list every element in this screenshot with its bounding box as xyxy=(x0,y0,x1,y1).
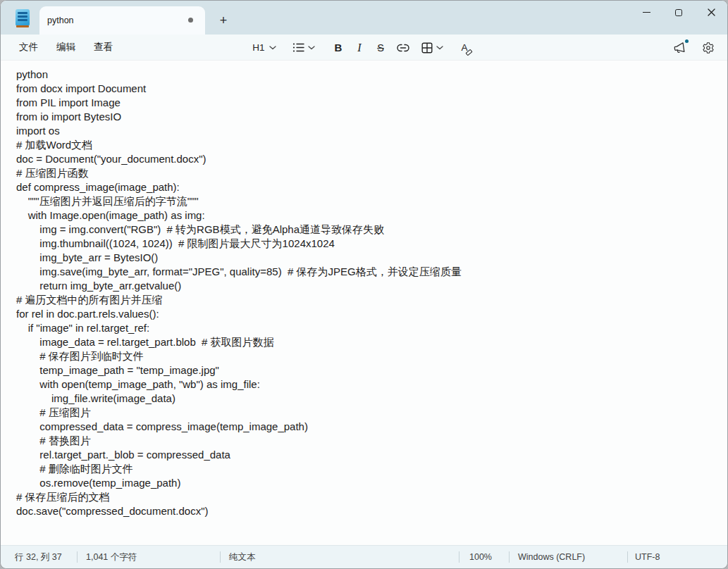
code-line: os.remove(temp_image_path) xyxy=(16,476,720,490)
zoom-level: 100% xyxy=(459,552,509,562)
code-line: from io import BytesIO xyxy=(16,110,720,124)
link-button[interactable] xyxy=(391,38,415,58)
menu-edit[interactable]: 编辑 xyxy=(47,36,85,58)
code-line: def compress_image(image_path): xyxy=(16,180,720,194)
chevron-down-icon xyxy=(436,46,443,50)
code-line: with open(temp_image_path, "wb") as img_… xyxy=(16,377,720,392)
statusbar: 行 32, 列 37 1,041 个字符 纯文本 100% Windows (C… xyxy=(1,545,727,568)
code-line: """压缩图片并返回压缩后的字节流""" xyxy=(16,194,720,208)
code-line: # 加载Word文档 xyxy=(16,138,720,152)
code-line: img_byte_arr = BytesIO() xyxy=(16,251,720,265)
code-line: img.thumbnail((1024, 1024)) # 限制图片最大尺寸为1… xyxy=(16,237,720,251)
unsaved-dot-icon xyxy=(188,18,193,23)
chevron-down-icon xyxy=(269,46,276,50)
heading-label: H1 xyxy=(252,42,264,53)
tab-python[interactable]: python xyxy=(39,6,205,35)
heading-button[interactable]: H1 xyxy=(247,38,281,58)
code-line: rel.target_part._blob = compressed_data xyxy=(16,448,720,462)
cursor-position: 行 32, 列 37 xyxy=(1,551,77,563)
code-line: # 压缩图片 xyxy=(16,406,720,420)
code-line: # 删除临时图片文件 xyxy=(16,462,720,476)
table-grid-icon xyxy=(421,42,433,54)
code-line: import os xyxy=(16,124,720,138)
minimize-icon xyxy=(643,12,650,13)
code-line: return img_byte_arr.getvalue() xyxy=(16,279,720,293)
announcement-button[interactable] xyxy=(670,38,691,58)
code-line: img = img.convert("RGB") # 转为RGB模式，避免Alp… xyxy=(16,223,720,237)
close-button[interactable] xyxy=(695,1,727,24)
link-icon xyxy=(397,44,409,52)
format-toolbar: H1 B I xyxy=(247,35,477,61)
notepad-window: python + 文件 编辑 xyxy=(0,0,728,569)
code-line: # 保存压缩后的文档 xyxy=(16,490,720,504)
code-line: from docx import Document xyxy=(16,82,720,96)
encoding: UTF-8 xyxy=(628,552,727,562)
chevron-down-icon xyxy=(308,46,315,50)
window-controls xyxy=(630,1,727,24)
desktop: python + 文件 编辑 xyxy=(0,0,728,569)
menu-view[interactable]: 查看 xyxy=(85,36,122,58)
code-line: # 压缩图片函数 xyxy=(16,166,720,180)
code-line: doc = Document("your_document.docx") xyxy=(16,152,720,166)
bold-button[interactable]: B xyxy=(328,38,349,58)
editor-lines: pythonfrom docx import Documentfrom PIL … xyxy=(16,68,720,518)
bullet-list-icon xyxy=(292,42,304,53)
maximize-icon xyxy=(675,9,682,16)
new-tab-button[interactable]: + xyxy=(214,12,233,30)
doc-type: 纯文本 xyxy=(221,551,459,563)
maximize-button[interactable] xyxy=(662,1,695,24)
italic-button[interactable]: I xyxy=(349,38,370,58)
code-line: # 遍历文档中的所有图片并压缩 xyxy=(16,293,720,307)
code-line: compressed_data = compress_image(temp_im… xyxy=(16,420,720,434)
editor[interactable]: pythonfrom docx import Documentfrom PIL … xyxy=(1,61,727,545)
menu-toolbar-row: 文件 编辑 查看 H1 xyxy=(1,35,727,61)
code-line: if "image" in rel.target_ref: xyxy=(16,321,720,335)
toolbar-right xyxy=(670,35,719,61)
code-line: doc.save("compressed_document.docx") xyxy=(16,504,720,518)
minimize-button[interactable] xyxy=(630,1,662,24)
code-line: python xyxy=(16,68,720,82)
line-ending: Windows (CRLF) xyxy=(510,552,627,562)
titlebar[interactable]: python + xyxy=(1,1,727,35)
code-line: img_file.write(image_data) xyxy=(16,392,720,406)
code-line: # 替换图片 xyxy=(16,434,720,448)
gear-icon xyxy=(702,42,715,54)
code-line: image_data = rel.target_part.blob # 获取图片… xyxy=(16,335,720,349)
code-line: temp_image_path = "temp_image.jpg" xyxy=(16,363,720,377)
notification-dot xyxy=(685,39,689,43)
char-count: 1,041 个字符 xyxy=(78,551,220,563)
close-icon xyxy=(708,8,715,16)
code-line: with Image.open(image_path) as img: xyxy=(16,208,720,223)
table-button[interactable] xyxy=(415,38,449,58)
menubar: 文件 编辑 查看 xyxy=(10,35,122,60)
list-button[interactable] xyxy=(287,38,321,58)
strikethrough-button[interactable]: S xyxy=(370,38,391,58)
code-line: # 保存图片到临时文件 xyxy=(16,349,720,363)
notepad-icon xyxy=(16,9,30,26)
tab-title: python xyxy=(47,15,74,25)
menu-file[interactable]: 文件 xyxy=(10,36,47,58)
code-line: from PIL import Image xyxy=(16,96,720,110)
settings-button[interactable] xyxy=(698,38,719,58)
clear-format-button[interactable]: A xyxy=(452,38,477,58)
code-line: img.save(img_byte_arr, format="JPEG", qu… xyxy=(16,265,720,279)
code-line: for rel in doc.part.rels.values(): xyxy=(16,307,720,321)
